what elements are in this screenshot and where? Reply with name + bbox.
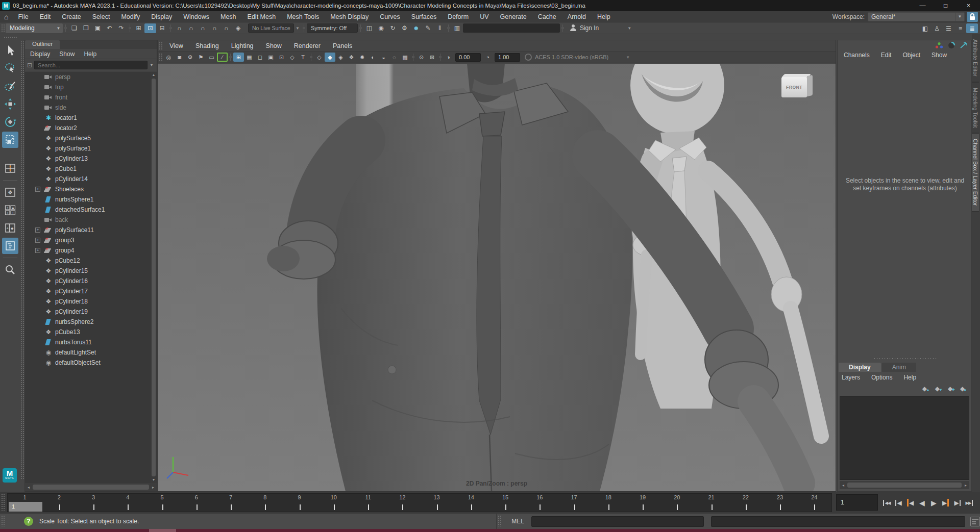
go-to-start-button[interactable]: ◀◀ [881, 495, 893, 511]
layer-menu-help[interactable]: Help [903, 374, 916, 381]
menu-mesh-display[interactable]: Mesh Display [325, 13, 374, 20]
outliner-item-pCube13[interactable]: ❖pCube13 [25, 327, 152, 337]
timeline-frame-23[interactable]: 23 [763, 494, 797, 512]
current-frame-field[interactable]: 1 [836, 494, 878, 511]
snap-curve-icon[interactable]: ∩ [185, 23, 197, 33]
timeline-frame-8[interactable]: 8 [248, 494, 282, 512]
motion-blur-icon[interactable]: ◌ [389, 53, 400, 62]
step-back-key-button[interactable]: ◀ [904, 495, 916, 511]
graph-arrow-icon[interactable] [959, 41, 968, 49]
outliner-item-nurbsTorus11[interactable]: nurbsTorus11 [25, 337, 152, 347]
timeline-frame-15[interactable]: 15 [488, 494, 523, 512]
outliner-item-Shoelaces[interactable]: +Shoelaces [25, 184, 152, 194]
menu-file[interactable]: File [12, 13, 34, 20]
timeline-frame-10[interactable]: 10 [316, 494, 351, 512]
view-cube[interactable]: FRONT [781, 75, 814, 98]
step-back-frame-button[interactable]: ◀ [893, 495, 904, 511]
viewport-iconbar-grip[interactable] [159, 53, 162, 61]
step-forward-key-button[interactable]: ▶ [940, 495, 951, 511]
channel-box-menu-channels[interactable]: Channels [844, 52, 870, 59]
grid-icon[interactable]: ⊞ [233, 53, 244, 62]
outliner-menu-display[interactable]: Display [30, 50, 50, 58]
menu-mesh-tools[interactable]: Mesh Tools [281, 13, 325, 20]
rotate-tool-icon[interactable] [2, 114, 18, 130]
restore-button[interactable]: □ [934, 0, 957, 11]
outliner-item-back[interactable]: back [25, 215, 152, 225]
outliner-item-pCylinder18[interactable]: ❖pCylinder18 [25, 296, 152, 307]
timeline-frame-22[interactable]: 22 [728, 494, 763, 512]
go-to-end-button[interactable]: ▶▶ [963, 495, 975, 511]
maya-logo[interactable]: M MAYA [3, 468, 17, 483]
scroll-up-arrow[interactable]: ▲ [151, 72, 157, 78]
mel-label[interactable]: MEL [511, 518, 524, 525]
redo-icon[interactable]: ↷ [115, 23, 127, 33]
close-button[interactable]: × [957, 0, 980, 11]
viewport-menu-panels[interactable]: Panels [327, 42, 358, 49]
film-gate-icon[interactable]: ▦ [244, 53, 255, 62]
sidebar-tab-attribute-editor[interactable]: Attribute Editor [972, 34, 979, 83]
outliner-item-pCylinder16[interactable]: ❖pCylinder16 [25, 276, 152, 286]
cmdline-grip[interactable] [498, 515, 501, 526]
safe-title-icon[interactable]: T [298, 53, 308, 62]
shadows-icon[interactable]: ◐ [368, 53, 378, 62]
timeline-frame-19[interactable]: 19 [626, 494, 660, 512]
sign-in-button[interactable]: Sign In ▼ [570, 24, 631, 32]
scroll-down-arrow[interactable]: ▼ [151, 477, 157, 483]
timeline-frame-20[interactable]: 20 [660, 494, 694, 512]
timeline-frame-13[interactable]: 13 [420, 494, 454, 512]
menu-select[interactable]: Select [87, 13, 116, 20]
outliner-item-defaultLightSet[interactable]: ◉defaultLightSet [25, 347, 152, 358]
menu-uv[interactable]: UV [474, 13, 494, 20]
paint-select-tool-icon[interactable] [2, 78, 18, 94]
camera-attributes-icon[interactable]: ⚙ [185, 53, 195, 62]
time-slider[interactable]: 1234567891011121314151617181920212223241 [7, 493, 832, 512]
timeline-grip[interactable] [1, 493, 5, 511]
scroll-right-arrow[interactable]: ▸ [150, 485, 157, 490]
pause-icon[interactable]: ‖ [434, 23, 446, 33]
script-editor-button[interactable] [970, 517, 980, 526]
select-camera-icon[interactable]: ◎ [163, 53, 174, 62]
channel-box-toggle-icon[interactable]: ≣ [966, 23, 978, 33]
timeline-frame-6[interactable]: 6 [179, 494, 213, 512]
xray-icon[interactable]: ⊠ [427, 53, 437, 62]
open-scene-icon[interactable]: ❐ [80, 23, 92, 33]
menu-create[interactable]: Create [56, 13, 87, 20]
quick-input-field[interactable] [463, 23, 560, 33]
undo-icon[interactable]: ↶ [104, 23, 115, 33]
expand-icon[interactable]: + [35, 248, 40, 253]
outliner-item-nurbsSphere1[interactable]: nurbsSphere1 [25, 194, 152, 205]
use-all-lights-icon[interactable]: ✸ [357, 53, 368, 62]
scale-tool-icon[interactable] [2, 132, 18, 148]
status-line-grip[interactable] [1, 24, 5, 32]
workspace-select[interactable]: General* [868, 12, 955, 21]
outliner-menu-show[interactable]: Show [59, 50, 75, 58]
isolate-select-icon[interactable]: ⊙ [416, 53, 427, 62]
lasso-tool-icon[interactable] [2, 60, 18, 77]
layer-menu-options[interactable]: Options [871, 374, 892, 381]
outliner-item-front[interactable]: front [25, 92, 152, 103]
hypershade-icon[interactable]: ◧ [919, 23, 931, 33]
timeline-frame-18[interactable]: 18 [591, 494, 625, 512]
move-tool-icon[interactable] [2, 96, 18, 112]
new-scene-icon[interactable]: ❏ [68, 23, 80, 33]
show-manipulator-icon[interactable]: ▥ [451, 23, 463, 33]
ambient-occlusion-icon[interactable]: ◒ [378, 53, 389, 62]
outliner-vertical-scrollbar[interactable]: ▲ ▼ [151, 72, 157, 483]
layer-tab-anim[interactable]: Anim [882, 363, 916, 372]
layer-horizontal-scrollbar[interactable]: ◂ ▸ [840, 481, 969, 489]
textured-icon[interactable]: ❖ [346, 53, 357, 62]
timeline-frame-24[interactable]: 24 [797, 494, 831, 512]
snap-point-icon[interactable]: ∩ [197, 23, 209, 33]
viewport-menu-view[interactable]: View [163, 42, 189, 49]
snap-view-plane-icon[interactable]: ∩ [220, 23, 232, 33]
outliner-persp-layout-icon[interactable] [2, 238, 18, 254]
menu-cache[interactable]: Cache [532, 13, 562, 20]
layer-list[interactable] [840, 396, 969, 480]
menu-arnold[interactable]: Arnold [562, 13, 592, 20]
menu-deform[interactable]: Deform [442, 13, 474, 20]
menu-generate[interactable]: Generate [495, 13, 532, 20]
pan-zoom-icon[interactable]: ∕ [217, 53, 228, 62]
select-hierarchy-icon[interactable]: ⊞ [133, 23, 144, 33]
outliner-item-polySurface1[interactable]: ❖polySurface1 [25, 143, 152, 154]
menu-edit[interactable]: Edit [34, 13, 57, 20]
